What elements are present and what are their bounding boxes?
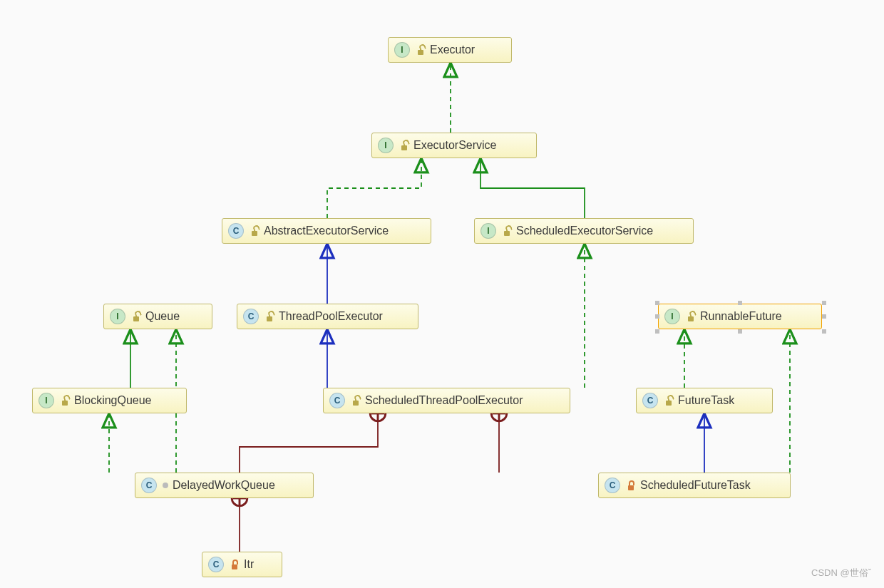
node-label: BlockingQueue bbox=[74, 394, 152, 407]
node-scheduledExecSvc[interactable]: IScheduledExecutorService bbox=[474, 218, 694, 244]
selection-handle[interactable] bbox=[738, 301, 742, 305]
lock-closed-icon bbox=[626, 480, 636, 490]
node-label: ScheduledThreadPoolExecutor bbox=[365, 394, 523, 407]
selection-handle[interactable] bbox=[822, 329, 826, 334]
node-label: Itr bbox=[244, 558, 254, 571]
selection-handle[interactable] bbox=[822, 314, 826, 319]
node-scheduledTPExec[interactable]: CScheduledThreadPoolExecutor bbox=[323, 388, 570, 413]
lock-open-icon bbox=[60, 396, 70, 406]
class-icon: C bbox=[605, 478, 620, 493]
selection-handle[interactable] bbox=[822, 301, 826, 305]
lock-open-icon bbox=[250, 226, 259, 236]
edge-nested bbox=[240, 413, 378, 473]
lock-open-icon bbox=[131, 311, 141, 321]
node-label: RunnableFuture bbox=[700, 310, 782, 323]
interface-icon: I bbox=[480, 223, 496, 239]
lock-open-icon bbox=[686, 311, 696, 321]
interface-icon: I bbox=[38, 393, 54, 408]
selection-handle[interactable] bbox=[655, 329, 659, 334]
interface-icon: I bbox=[378, 138, 394, 153]
watermark: CSDN @世俗ˇ bbox=[811, 567, 871, 579]
lock-open-icon bbox=[351, 396, 361, 406]
package-visibility-icon bbox=[163, 483, 168, 488]
lock-open-icon bbox=[664, 396, 674, 406]
lock-open-icon bbox=[264, 311, 274, 321]
node-label: ThreadPoolExecutor bbox=[279, 310, 383, 323]
node-label: ScheduledExecutorService bbox=[516, 225, 653, 237]
node-itr[interactable]: CItr bbox=[202, 552, 282, 577]
class-icon: C bbox=[141, 478, 157, 493]
node-label: ScheduledFutureTask bbox=[640, 479, 751, 492]
class-icon: C bbox=[243, 309, 259, 324]
node-runnableFuture[interactable]: IRunnableFuture bbox=[658, 304, 822, 329]
node-delayedWorkQueue[interactable]: CDelayedWorkQueue bbox=[135, 473, 314, 498]
interface-icon: I bbox=[110, 309, 125, 324]
edge-realize bbox=[327, 158, 421, 218]
node-label: Queue bbox=[145, 310, 180, 323]
interface-icon: I bbox=[664, 309, 680, 324]
lock-closed-icon bbox=[230, 559, 240, 569]
node-label: AbstractExecutorService bbox=[264, 225, 389, 237]
class-icon: C bbox=[642, 393, 658, 408]
node-label: ExecutorService bbox=[413, 139, 497, 152]
class-icon: C bbox=[208, 557, 224, 572]
node-blockingQueue[interactable]: IBlockingQueue bbox=[32, 388, 187, 413]
node-executorService[interactable]: IExecutorService bbox=[371, 133, 537, 158]
node-queue[interactable]: IQueue bbox=[103, 304, 212, 329]
node-scheduledFutureTask[interactable]: CScheduledFutureTask bbox=[598, 473, 791, 498]
lock-open-icon bbox=[399, 140, 409, 150]
node-label: FutureTask bbox=[678, 394, 734, 407]
lock-open-icon bbox=[502, 226, 512, 236]
lock-open-icon bbox=[416, 45, 426, 55]
node-label: DelayedWorkQueue bbox=[173, 479, 275, 492]
node-executor[interactable]: IExecutor bbox=[388, 37, 512, 63]
node-abstractExecutorSvc[interactable]: CAbstractExecutorService bbox=[222, 218, 431, 244]
interface-icon: I bbox=[394, 42, 410, 58]
node-label: Executor bbox=[430, 43, 475, 56]
edge-extendI bbox=[480, 158, 585, 218]
node-threadPoolExec[interactable]: CThreadPoolExecutor bbox=[237, 304, 418, 329]
selection-handle[interactable] bbox=[655, 314, 659, 319]
diagram-connectors bbox=[0, 0, 884, 588]
class-icon: C bbox=[228, 223, 244, 239]
class-icon: C bbox=[329, 393, 345, 408]
selection-handle[interactable] bbox=[738, 329, 742, 334]
selection-handle[interactable] bbox=[655, 301, 659, 305]
node-futureTask[interactable]: CFutureTask bbox=[636, 388, 773, 413]
